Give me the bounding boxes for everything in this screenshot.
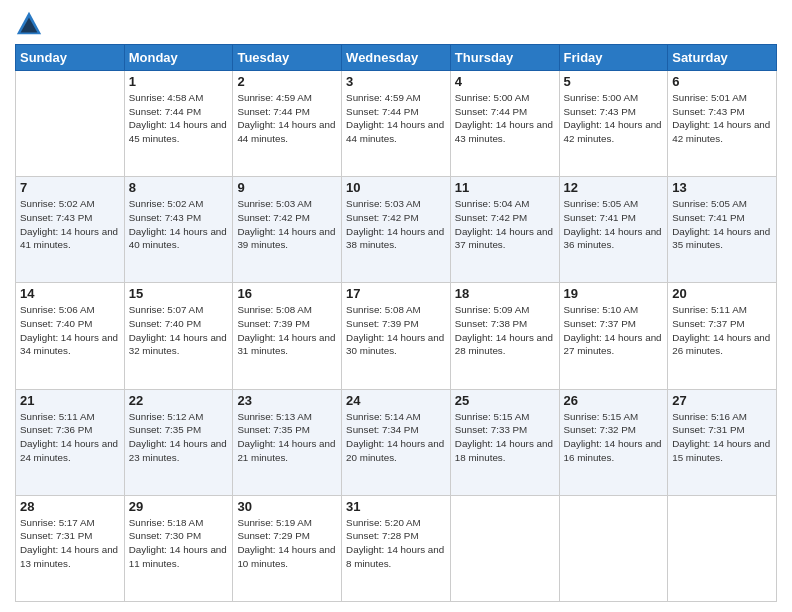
cell-day-number: 25 xyxy=(455,393,555,408)
calendar-cell: 10Sunrise: 5:03 AMSunset: 7:42 PMDayligh… xyxy=(342,177,451,283)
cell-info: Sunrise: 5:03 AMSunset: 7:42 PMDaylight:… xyxy=(237,197,337,252)
calendar-table: SundayMondayTuesdayWednesdayThursdayFrid… xyxy=(15,44,777,602)
weekday-header-thursday: Thursday xyxy=(450,45,559,71)
cell-day-number: 12 xyxy=(564,180,664,195)
cell-day-number: 17 xyxy=(346,286,446,301)
calendar-cell: 14Sunrise: 5:06 AMSunset: 7:40 PMDayligh… xyxy=(16,283,125,389)
cell-info: Sunrise: 5:00 AMSunset: 7:43 PMDaylight:… xyxy=(564,91,664,146)
calendar-cell: 6Sunrise: 5:01 AMSunset: 7:43 PMDaylight… xyxy=(668,71,777,177)
cell-day-number: 13 xyxy=(672,180,772,195)
cell-info: Sunrise: 5:15 AMSunset: 7:33 PMDaylight:… xyxy=(455,410,555,465)
calendar-cell: 31Sunrise: 5:20 AMSunset: 7:28 PMDayligh… xyxy=(342,495,451,601)
weekday-header-wednesday: Wednesday xyxy=(342,45,451,71)
cell-info: Sunrise: 5:05 AMSunset: 7:41 PMDaylight:… xyxy=(564,197,664,252)
cell-info: Sunrise: 5:00 AMSunset: 7:44 PMDaylight:… xyxy=(455,91,555,146)
cell-day-number: 20 xyxy=(672,286,772,301)
cell-info: Sunrise: 4:58 AMSunset: 7:44 PMDaylight:… xyxy=(129,91,229,146)
cell-day-number: 5 xyxy=(564,74,664,89)
calendar-cell: 7Sunrise: 5:02 AMSunset: 7:43 PMDaylight… xyxy=(16,177,125,283)
calendar-cell: 16Sunrise: 5:08 AMSunset: 7:39 PMDayligh… xyxy=(233,283,342,389)
cell-info: Sunrise: 5:07 AMSunset: 7:40 PMDaylight:… xyxy=(129,303,229,358)
cell-day-number: 10 xyxy=(346,180,446,195)
weekday-row: SundayMondayTuesdayWednesdayThursdayFrid… xyxy=(16,45,777,71)
calendar-cell: 28Sunrise: 5:17 AMSunset: 7:31 PMDayligh… xyxy=(16,495,125,601)
calendar-cell: 23Sunrise: 5:13 AMSunset: 7:35 PMDayligh… xyxy=(233,389,342,495)
cell-day-number: 9 xyxy=(237,180,337,195)
cell-info: Sunrise: 5:04 AMSunset: 7:42 PMDaylight:… xyxy=(455,197,555,252)
weekday-header-friday: Friday xyxy=(559,45,668,71)
calendar-cell: 29Sunrise: 5:18 AMSunset: 7:30 PMDayligh… xyxy=(124,495,233,601)
cell-day-number: 16 xyxy=(237,286,337,301)
header xyxy=(15,10,777,38)
calendar-cell: 26Sunrise: 5:15 AMSunset: 7:32 PMDayligh… xyxy=(559,389,668,495)
calendar-cell: 30Sunrise: 5:19 AMSunset: 7:29 PMDayligh… xyxy=(233,495,342,601)
cell-day-number: 24 xyxy=(346,393,446,408)
cell-info: Sunrise: 5:02 AMSunset: 7:43 PMDaylight:… xyxy=(129,197,229,252)
cell-day-number: 31 xyxy=(346,499,446,514)
calendar-cell: 9Sunrise: 5:03 AMSunset: 7:42 PMDaylight… xyxy=(233,177,342,283)
cell-day-number: 6 xyxy=(672,74,772,89)
calendar-cell: 22Sunrise: 5:12 AMSunset: 7:35 PMDayligh… xyxy=(124,389,233,495)
logo-icon xyxy=(15,10,43,38)
calendar-body: 1Sunrise: 4:58 AMSunset: 7:44 PMDaylight… xyxy=(16,71,777,602)
logo xyxy=(15,10,47,38)
calendar-cell: 21Sunrise: 5:11 AMSunset: 7:36 PMDayligh… xyxy=(16,389,125,495)
cell-info: Sunrise: 5:01 AMSunset: 7:43 PMDaylight:… xyxy=(672,91,772,146)
cell-day-number: 11 xyxy=(455,180,555,195)
cell-day-number: 21 xyxy=(20,393,120,408)
cell-info: Sunrise: 5:05 AMSunset: 7:41 PMDaylight:… xyxy=(672,197,772,252)
cell-info: Sunrise: 5:17 AMSunset: 7:31 PMDaylight:… xyxy=(20,516,120,571)
weekday-header-sunday: Sunday xyxy=(16,45,125,71)
calendar-cell xyxy=(668,495,777,601)
calendar-cell: 25Sunrise: 5:15 AMSunset: 7:33 PMDayligh… xyxy=(450,389,559,495)
cell-day-number: 27 xyxy=(672,393,772,408)
cell-info: Sunrise: 5:13 AMSunset: 7:35 PMDaylight:… xyxy=(237,410,337,465)
cell-info: Sunrise: 5:18 AMSunset: 7:30 PMDaylight:… xyxy=(129,516,229,571)
cell-day-number: 1 xyxy=(129,74,229,89)
cell-info: Sunrise: 5:10 AMSunset: 7:37 PMDaylight:… xyxy=(564,303,664,358)
calendar-cell: 5Sunrise: 5:00 AMSunset: 7:43 PMDaylight… xyxy=(559,71,668,177)
calendar-cell: 2Sunrise: 4:59 AMSunset: 7:44 PMDaylight… xyxy=(233,71,342,177)
cell-day-number: 23 xyxy=(237,393,337,408)
cell-day-number: 2 xyxy=(237,74,337,89)
cell-info: Sunrise: 5:08 AMSunset: 7:39 PMDaylight:… xyxy=(346,303,446,358)
cell-info: Sunrise: 5:15 AMSunset: 7:32 PMDaylight:… xyxy=(564,410,664,465)
calendar-week-1: 1Sunrise: 4:58 AMSunset: 7:44 PMDaylight… xyxy=(16,71,777,177)
calendar-cell: 27Sunrise: 5:16 AMSunset: 7:31 PMDayligh… xyxy=(668,389,777,495)
calendar-week-4: 21Sunrise: 5:11 AMSunset: 7:36 PMDayligh… xyxy=(16,389,777,495)
calendar-header: SundayMondayTuesdayWednesdayThursdayFrid… xyxy=(16,45,777,71)
cell-info: Sunrise: 4:59 AMSunset: 7:44 PMDaylight:… xyxy=(237,91,337,146)
calendar-week-5: 28Sunrise: 5:17 AMSunset: 7:31 PMDayligh… xyxy=(16,495,777,601)
cell-info: Sunrise: 5:14 AMSunset: 7:34 PMDaylight:… xyxy=(346,410,446,465)
calendar-cell: 17Sunrise: 5:08 AMSunset: 7:39 PMDayligh… xyxy=(342,283,451,389)
cell-day-number: 30 xyxy=(237,499,337,514)
calendar-cell: 8Sunrise: 5:02 AMSunset: 7:43 PMDaylight… xyxy=(124,177,233,283)
cell-info: Sunrise: 4:59 AMSunset: 7:44 PMDaylight:… xyxy=(346,91,446,146)
calendar-cell: 11Sunrise: 5:04 AMSunset: 7:42 PMDayligh… xyxy=(450,177,559,283)
cell-info: Sunrise: 5:19 AMSunset: 7:29 PMDaylight:… xyxy=(237,516,337,571)
cell-day-number: 8 xyxy=(129,180,229,195)
weekday-header-saturday: Saturday xyxy=(668,45,777,71)
cell-info: Sunrise: 5:02 AMSunset: 7:43 PMDaylight:… xyxy=(20,197,120,252)
cell-day-number: 4 xyxy=(455,74,555,89)
cell-info: Sunrise: 5:20 AMSunset: 7:28 PMDaylight:… xyxy=(346,516,446,571)
calendar-cell: 20Sunrise: 5:11 AMSunset: 7:37 PMDayligh… xyxy=(668,283,777,389)
calendar-cell: 13Sunrise: 5:05 AMSunset: 7:41 PMDayligh… xyxy=(668,177,777,283)
page: SundayMondayTuesdayWednesdayThursdayFrid… xyxy=(0,0,792,612)
calendar-cell: 3Sunrise: 4:59 AMSunset: 7:44 PMDaylight… xyxy=(342,71,451,177)
cell-day-number: 18 xyxy=(455,286,555,301)
cell-day-number: 28 xyxy=(20,499,120,514)
cell-info: Sunrise: 5:03 AMSunset: 7:42 PMDaylight:… xyxy=(346,197,446,252)
cell-day-number: 19 xyxy=(564,286,664,301)
cell-info: Sunrise: 5:11 AMSunset: 7:36 PMDaylight:… xyxy=(20,410,120,465)
calendar-week-3: 14Sunrise: 5:06 AMSunset: 7:40 PMDayligh… xyxy=(16,283,777,389)
calendar-cell: 15Sunrise: 5:07 AMSunset: 7:40 PMDayligh… xyxy=(124,283,233,389)
calendar-cell: 4Sunrise: 5:00 AMSunset: 7:44 PMDaylight… xyxy=(450,71,559,177)
cell-info: Sunrise: 5:12 AMSunset: 7:35 PMDaylight:… xyxy=(129,410,229,465)
calendar-cell: 19Sunrise: 5:10 AMSunset: 7:37 PMDayligh… xyxy=(559,283,668,389)
cell-info: Sunrise: 5:11 AMSunset: 7:37 PMDaylight:… xyxy=(672,303,772,358)
calendar-cell: 18Sunrise: 5:09 AMSunset: 7:38 PMDayligh… xyxy=(450,283,559,389)
cell-day-number: 29 xyxy=(129,499,229,514)
calendar-cell: 12Sunrise: 5:05 AMSunset: 7:41 PMDayligh… xyxy=(559,177,668,283)
cell-day-number: 7 xyxy=(20,180,120,195)
